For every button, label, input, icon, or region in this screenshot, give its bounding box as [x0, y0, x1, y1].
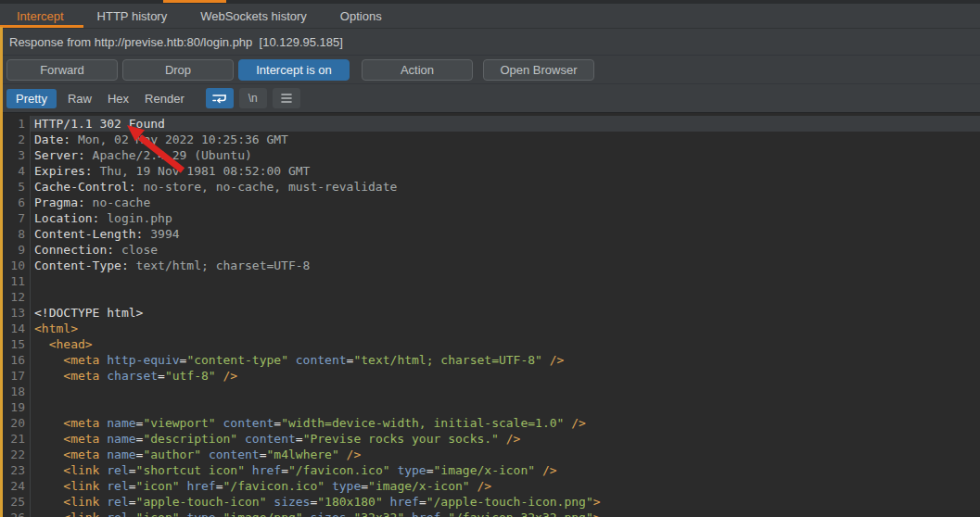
proxy-tab-indicator — [163, 0, 226, 3]
code-text: Content-Type: text/html; charset=UTF-8 — [30, 258, 980, 273]
wrap-lines-icon[interactable] — [206, 88, 234, 108]
code-text: <head> — [30, 336, 980, 352]
code-line[interactable]: 21 <meta name="description" content="Pre… — [0, 431, 980, 447]
code-line[interactable]: 2Date: Mon, 02 May 2022 10:25:36 GMT — [0, 132, 980, 147]
code-text — [30, 289, 980, 305]
code-text: Location: login.php — [30, 210, 980, 226]
proxy-subtab-bar: Intercept HTTP history WebSockets histor… — [0, 4, 980, 29]
code-text: <html> — [30, 321, 980, 336]
view-mode-hex[interactable]: Hex — [108, 92, 129, 106]
code-text: Date: Mon, 02 May 2022 10:25:36 GMT — [30, 132, 980, 147]
code-text: Cache-Control: no-store, no-cache, must-… — [30, 179, 980, 195]
code-text: <meta name="viewport" content="width=dev… — [30, 415, 980, 431]
panel-accent-stripe — [0, 27, 3, 517]
code-line[interactable]: 20 <meta name="viewport" content="width=… — [0, 415, 980, 431]
intercept-toggle-button[interactable]: Intercept is on — [238, 59, 350, 81]
code-line[interactable]: 17 <meta charset="utf-8" /> — [0, 368, 980, 384]
code-line[interactable]: 8Content-Length: 3994 — [0, 226, 980, 242]
code-line[interactable]: 13<!DOCTYPE html> — [0, 305, 980, 321]
code-line[interactable]: 10Content-Type: text/html; charset=UTF-8 — [0, 258, 980, 273]
code-line[interactable]: 4Expires: Thu, 19 Nov 1981 08:52:00 GMT — [0, 163, 980, 179]
line-number: 23 — [0, 462, 30, 478]
code-line[interactable]: 22 <meta name="author" content="m4lwhere… — [0, 447, 980, 462]
line-number: 17 — [0, 368, 30, 384]
line-number: 4 — [0, 163, 30, 179]
code-line[interactable]: 11 — [0, 273, 980, 289]
code-text — [30, 399, 980, 415]
code-text: Expires: Thu, 19 Nov 1981 08:52:00 GMT — [30, 163, 980, 179]
line-number: 11 — [0, 273, 30, 289]
newline-chars-icon[interactable]: \n — [239, 88, 267, 108]
drop-button[interactable]: Drop — [122, 59, 234, 81]
line-number: 2 — [0, 132, 30, 147]
code-text — [30, 384, 980, 399]
code-text: Server: Apache/2.4.29 (Ubuntu) — [30, 147, 980, 163]
line-number: 10 — [0, 258, 30, 273]
view-mode-pretty[interactable]: Pretty — [6, 89, 57, 108]
line-number: 22 — [0, 447, 30, 462]
code-line[interactable]: 9Connection: close — [0, 242, 980, 258]
code-line[interactable]: 5Cache-Control: no-store, no-cache, must… — [0, 179, 980, 195]
response-editor[interactable]: 1HTTP/1.1 302 Found2Date: Mon, 02 May 20… — [0, 113, 980, 517]
code-line[interactable]: 18 — [0, 384, 980, 399]
line-number: 9 — [0, 242, 30, 258]
line-number: 15 — [0, 336, 30, 352]
message-origin-bar: Response from http://previse.htb:80/logi… — [0, 29, 980, 56]
code-line[interactable]: 15 <head> — [0, 336, 980, 352]
line-number: 6 — [0, 195, 30, 210]
code-line[interactable]: 1HTTP/1.1 302 Found — [0, 116, 980, 132]
code-line[interactable]: 6Pragma: no-cache — [0, 195, 980, 210]
response-origin-text: Response from http://previse.htb:80/logi… — [9, 35, 343, 49]
code-text: <meta name="description" content="Previs… — [30, 431, 980, 447]
line-number: 19 — [0, 399, 30, 415]
code-line[interactable]: 14<html> — [0, 321, 980, 336]
menu-glyph — [280, 93, 293, 104]
line-number: 1 — [0, 116, 30, 132]
burp-proxy-intercept-panel: Intercept HTTP history WebSockets histor… — [0, 0, 980, 517]
code-line[interactable]: 25 <link rel="apple-touch-icon" sizes="1… — [0, 494, 980, 510]
line-number: 18 — [0, 384, 30, 399]
line-number: 12 — [0, 289, 30, 305]
wrap-lines-glyph — [211, 92, 228, 105]
code-text: Pragma: no-cache — [30, 195, 980, 210]
code-text: Content-Length: 3994 — [30, 226, 980, 242]
view-mode-raw[interactable]: Raw — [68, 92, 92, 106]
code-text: <link rel="icon" type="image/png" sizes=… — [30, 510, 980, 517]
view-mode-render[interactable]: Render — [145, 92, 185, 106]
line-number: 21 — [0, 431, 30, 447]
code-text: HTTP/1.1 302 Found — [30, 116, 980, 132]
line-number: 8 — [0, 226, 30, 242]
intercept-action-bar: Forward Drop Intercept is on Action Open… — [0, 56, 980, 84]
code-text: Connection: close — [30, 242, 980, 258]
line-number: 13 — [0, 305, 30, 321]
code-line[interactable]: 19 — [0, 399, 980, 415]
line-number: 25 — [0, 494, 30, 510]
code-text: <meta charset="utf-8" /> — [30, 368, 980, 384]
code-line[interactable]: 7Location: login.php — [0, 210, 980, 226]
code-line[interactable]: 12 — [0, 289, 980, 305]
code-line[interactable]: 24 <link rel="icon" href="/favicon.ico" … — [0, 478, 980, 494]
code-text: <meta name="author" content="m4lwhere" /… — [30, 447, 980, 462]
line-number: 16 — [0, 352, 30, 368]
line-number: 3 — [0, 147, 30, 163]
line-number: 26 — [0, 510, 30, 517]
active-tab-underline — [0, 25, 83, 28]
action-button[interactable]: Action — [362, 59, 473, 81]
line-number: 14 — [0, 321, 30, 336]
code-line[interactable]: 26 <link rel="icon" type="image/png" siz… — [0, 510, 980, 517]
forward-button[interactable]: Forward — [6, 59, 118, 81]
tab-options[interactable]: Options — [324, 4, 399, 28]
line-number: 5 — [0, 179, 30, 195]
code-line[interactable]: 23 <link rel="shortcut icon" href="/favi… — [0, 462, 980, 478]
code-line[interactable]: 16 <meta http-equiv="content-type" conte… — [0, 352, 980, 368]
tab-websockets-history[interactable]: WebSockets history — [184, 4, 324, 28]
menu-icon[interactable] — [273, 88, 300, 108]
code-lines-container: 1HTTP/1.1 302 Found2Date: Mon, 02 May 20… — [0, 116, 980, 517]
code-text: <link rel="icon" href="/favicon.ico" typ… — [30, 478, 980, 494]
line-number: 24 — [0, 478, 30, 494]
code-line[interactable]: 3Server: Apache/2.4.29 (Ubuntu) — [0, 147, 980, 163]
open-browser-button[interactable]: Open Browser — [483, 59, 594, 81]
code-text: <meta http-equiv="content-type" content=… — [30, 352, 980, 368]
editor-view-toolbar: Pretty Raw Hex Render \n — [0, 84, 980, 113]
tab-http-history[interactable]: HTTP history — [81, 4, 185, 28]
